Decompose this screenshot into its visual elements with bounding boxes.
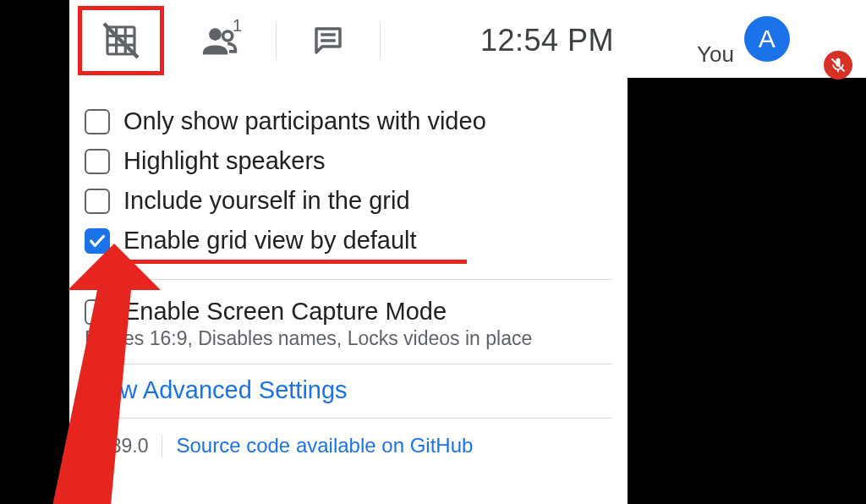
grid-view-toggle-button[interactable] [83, 11, 159, 70]
checkmark-icon [88, 232, 107, 250]
option-highlight-speakers[interactable]: Highlight speakers [85, 141, 612, 181]
people-count: 1 [233, 16, 242, 36]
people-button[interactable]: 1 [186, 11, 254, 70]
chat-icon [310, 23, 346, 58]
chat-button[interactable] [299, 11, 358, 70]
panel-toolbar: 1 12:54 PM [69, 0, 628, 81]
toolbar-divider-2 [380, 21, 381, 60]
avatar: A [744, 16, 790, 62]
option-screen-capture[interactable]: Enable Screen Capture Mode [85, 292, 612, 327]
version-label: v1.39.0 [85, 435, 148, 457]
svg-point-7 [223, 31, 233, 41]
checkbox[interactable] [85, 299, 110, 325]
divider [85, 364, 612, 364]
mic-muted-badge[interactable] [824, 51, 852, 79]
option-include-yourself[interactable]: Include yourself in the grid [85, 181, 612, 221]
annotation-underline [125, 260, 467, 264]
option-label: Only show participants with video [123, 107, 486, 135]
you-label: You [697, 41, 734, 68]
checkbox[interactable] [85, 109, 110, 134]
option-enable-grid-default[interactable]: Enable grid view by default [85, 221, 612, 260]
mic-off-icon [830, 57, 847, 74]
footer-divider [162, 434, 162, 457]
advanced-settings-link[interactable]: View Advanced Settings [85, 376, 612, 404]
option-label: Highlight speakers [123, 147, 326, 175]
checkbox-checked[interactable] [85, 228, 110, 254]
footer-row: v1.39.0 Source code available on GitHub [85, 430, 612, 457]
option-label: Include yourself in the grid [123, 187, 410, 215]
toolbar-divider [276, 21, 277, 60]
checkbox[interactable] [85, 189, 110, 214]
svg-line-5 [104, 24, 138, 58]
settings-panel: 1 12:54 PM Only show participants with v… [69, 0, 628, 504]
avatar-letter: A [759, 25, 776, 53]
options-list: Only show participants with video Highli… [69, 81, 628, 457]
option-only-video[interactable]: Only show participants with video [85, 101, 612, 141]
divider [85, 418, 612, 419]
option-label: Enable Screen Capture Mode [123, 298, 447, 326]
self-video-tile: You A [628, 0, 866, 78]
option-label: Enable grid view by default [123, 227, 417, 255]
checkbox[interactable] [85, 149, 110, 174]
divider [85, 279, 612, 280]
screen-capture-caption: Forces 16:9, Disables names, Locks video… [85, 327, 612, 350]
grid-off-icon [101, 20, 141, 61]
svg-point-6 [209, 28, 222, 41]
clock-display: 12:54 PM [480, 23, 614, 58]
source-link[interactable]: Source code available on GitHub [176, 434, 473, 457]
